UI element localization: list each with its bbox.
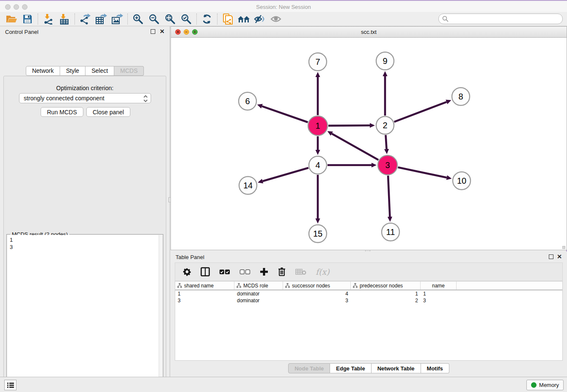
edge-2-3[interactable]: [385, 135, 386, 149]
edge-4-14[interactable]: [263, 168, 308, 181]
delete-column-button[interactable]: [278, 267, 286, 276]
edge-arrowhead: [257, 104, 263, 109]
window-resize-grip[interactable]: [562, 246, 565, 249]
close-table-panel-icon[interactable]: ✕: [557, 253, 562, 260]
column-header-predecessor-nodes[interactable]: predecessor nodes: [351, 282, 421, 290]
result-scrollbar[interactable]: [159, 235, 162, 392]
task-history-button[interactable]: [4, 380, 17, 390]
run-mcds-button[interactable]: Run MCDS: [41, 107, 83, 117]
edge-arrowhead: [384, 149, 389, 154]
close-panel-button[interactable]: Close panel: [86, 107, 130, 117]
import-table-icon: [59, 14, 70, 25]
split-columns-button[interactable]: [201, 267, 210, 276]
unselect-all-columns-button[interactable]: [239, 269, 250, 275]
edge-arrowhead: [370, 123, 375, 128]
tab-motifs[interactable]: Motifs: [421, 363, 449, 373]
main-titlebar: Session: New Session: [0, 0, 567, 12]
export-table-button[interactable]: [93, 13, 109, 25]
memory-button[interactable]: Memory: [526, 380, 564, 390]
save-session-button[interactable]: [19, 13, 36, 25]
table-cell[interactable]: dominator: [234, 290, 283, 297]
hide-selected-button[interactable]: [252, 13, 268, 25]
function-builder-button[interactable]: f(x): [316, 267, 330, 276]
import-network-button[interactable]: [40, 13, 56, 25]
table-cell[interactable]: dominator: [234, 297, 283, 304]
column-header-name[interactable]: name: [421, 282, 457, 290]
tab-network[interactable]: Network: [26, 66, 60, 76]
table-cell[interactable]: 3: [175, 297, 234, 304]
mcds-result-text[interactable]: 1 3: [7, 235, 159, 392]
control-panel-title: Control Panel: [5, 29, 39, 35]
open-session-button[interactable]: [3, 13, 19, 25]
search-input[interactable]: [438, 14, 563, 24]
float-panel-icon[interactable]: [151, 29, 155, 34]
criterion-select[interactable]: strongly connected component: [19, 93, 151, 103]
list-icon: [7, 382, 14, 388]
tab-style[interactable]: Style: [60, 66, 85, 76]
edge-3-10[interactable]: [398, 167, 446, 177]
table-cell[interactable]: 1: [421, 290, 457, 297]
edge-arrowhead: [446, 175, 452, 180]
tab-select[interactable]: Select: [85, 66, 114, 76]
zoom-in-button[interactable]: [130, 13, 146, 25]
hierarchy-icon: [353, 283, 358, 288]
first-neighbors-button[interactable]: [236, 13, 252, 25]
tab-edge-table[interactable]: Edge Table: [330, 363, 371, 373]
import-table-button[interactable]: [56, 13, 72, 25]
status-bar: Memory: [0, 377, 567, 392]
float-table-panel-icon[interactable]: [549, 254, 553, 259]
column-header-MCDS-role[interactable]: MCDS role: [234, 282, 283, 290]
mcds-panel: Optimization criterion: strongly connect…: [3, 76, 166, 392]
network-graph-canvas[interactable]: 7968124314101511: [171, 38, 567, 250]
select-all-columns-button[interactable]: [219, 269, 230, 275]
close-panel-icon[interactable]: ✕: [160, 28, 165, 35]
network-view-title: scc.txt: [171, 29, 567, 35]
memory-label: Memory: [539, 382, 559, 388]
edge-3-1[interactable]: [332, 134, 378, 160]
node-label-6: 6: [245, 97, 250, 106]
table-cell[interactable]: 1: [351, 290, 421, 297]
column-header-shared-name[interactable]: shared name: [175, 282, 234, 290]
node-label-11: 11: [386, 227, 395, 237]
toolbar-separator: [74, 14, 75, 25]
node-label-3: 3: [385, 160, 390, 170]
delete-table-button[interactable]: [295, 268, 306, 275]
table-cell[interactable]: 4: [283, 290, 351, 297]
gear-button[interactable]: [183, 268, 191, 276]
apply-layout-button[interactable]: [199, 13, 215, 25]
node-table: shared nameMCDS rolesuccessor nodesprede…: [175, 281, 563, 361]
hierarchy-icon: [177, 283, 182, 288]
tab-network-table[interactable]: Network Table: [372, 363, 421, 373]
export-image-button[interactable]: [109, 13, 125, 25]
node-label-15: 15: [313, 229, 322, 238]
export-table-icon: [95, 14, 107, 25]
unselect-all-columns-icon: [239, 269, 250, 275]
column-header-successor-nodes[interactable]: successor nodes: [283, 282, 351, 290]
table-row[interactable]: 3dominator323: [175, 297, 562, 304]
delete-column-icon: [278, 267, 286, 276]
export-network-button[interactable]: [77, 13, 93, 25]
show-all-icon: [270, 14, 282, 24]
edge-3-11[interactable]: [388, 176, 390, 217]
table-panel-tabs: Node TableEdge TableNetwork TableMotifs: [171, 363, 567, 373]
show-all-button[interactable]: [268, 13, 284, 25]
table-cell[interactable]: 1: [175, 290, 234, 297]
edge-2-8[interactable]: [394, 102, 447, 122]
table-cell[interactable]: 3: [283, 297, 351, 304]
edge-1-2[interactable]: [328, 125, 370, 126]
control-panel: Control Panel ✕ NetworkStyleSelectMCDS O…: [0, 26, 170, 377]
table-row[interactable]: 1dominator411: [175, 290, 562, 297]
zoom-selected-button[interactable]: [178, 13, 194, 25]
add-column-button[interactable]: [260, 268, 268, 276]
copy-network-button[interactable]: [220, 13, 236, 25]
zoom-out-button[interactable]: [146, 13, 162, 25]
tab-node-table[interactable]: Node Table: [288, 363, 330, 373]
edge-arrowhead: [388, 217, 392, 222]
network-window-titlebar: ✕ − + scc.txt: [171, 27, 567, 38]
table-cell[interactable]: 3: [421, 297, 457, 304]
table-cell[interactable]: 2: [351, 297, 421, 304]
zoom-fit-button[interactable]: [162, 13, 178, 25]
tab-mcds[interactable]: MCDS: [114, 66, 144, 76]
edge-1-6[interactable]: [262, 106, 308, 122]
hide-selected-icon: [254, 14, 266, 24]
